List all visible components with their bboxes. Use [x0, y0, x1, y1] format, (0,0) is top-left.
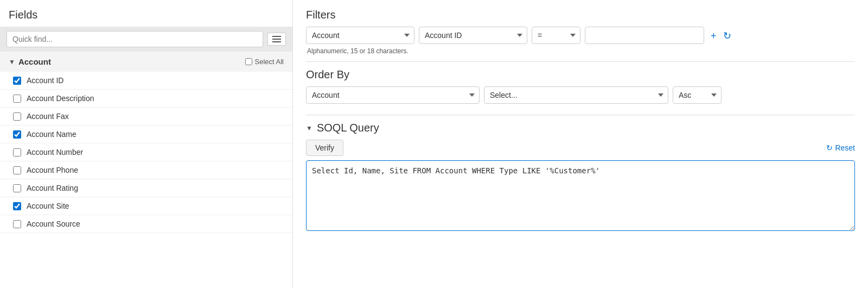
field-label: Account Site — [27, 202, 69, 210]
field-label: Account Phone — [27, 166, 78, 174]
soql-query-textarea[interactable] — [306, 160, 855, 231]
soql-chevron-icon: ▼ — [306, 124, 312, 132]
orderby-object-select[interactable]: Account Contact — [306, 86, 480, 104]
filters-row: Account Contact Opportunity Account ID A… — [306, 27, 855, 46]
field-row: Account Rating — [0, 179, 292, 197]
account-group-header: ▼ Account Select All — [0, 52, 292, 72]
field-row: Account Description — [0, 90, 292, 108]
divider-1 — [306, 61, 855, 62]
filter-value-input[interactable] — [585, 27, 704, 44]
reset-button[interactable]: ↻ Reset — [826, 143, 855, 152]
menu-icon-button[interactable] — [267, 33, 286, 46]
field-checkbox-f8[interactable] — [13, 202, 21, 210]
refresh-filter-button[interactable]: ↻ — [721, 28, 733, 44]
filters-field-select[interactable]: Account ID Account Name Account Number — [419, 27, 527, 44]
field-row: Account Source — [0, 215, 292, 233]
divider-2 — [306, 115, 855, 115]
field-row: Account Name — [0, 126, 292, 143]
field-label: Account Number — [27, 148, 83, 156]
fields-list: ▼ Account Select All Account IDAccount D… — [0, 52, 292, 288]
field-checkbox-f5[interactable] — [13, 148, 21, 156]
fields-title: Fields — [0, 9, 292, 27]
field-checkbox-f6[interactable] — [13, 166, 21, 174]
orderby-row: Account Contact Select... Account ID Acc… — [306, 86, 855, 108]
hamburger-icon — [272, 36, 281, 42]
soql-title: SOQL Query — [317, 122, 379, 134]
search-bar — [0, 27, 292, 52]
soql-header: ▼ SOQL Query — [306, 122, 855, 140]
search-input[interactable] — [7, 31, 263, 47]
filter-hint: Alphanumeric, 15 or 18 characters. — [306, 46, 855, 55]
field-row: Account ID — [0, 72, 292, 90]
verify-button[interactable]: Verify — [306, 140, 343, 156]
field-row: Account Site — [0, 197, 292, 215]
field-row: Account Fax — [0, 108, 292, 126]
right-panel: Filters Account Contact Opportunity Acco… — [293, 0, 868, 288]
fields-container: Account IDAccount DescriptionAccount Fax… — [0, 72, 292, 233]
field-label: Account ID — [27, 76, 63, 85]
filters-object-select[interactable]: Account Contact Opportunity — [306, 27, 414, 44]
filter-actions: + ↻ — [709, 27, 733, 44]
orderby-title: Order By — [306, 68, 855, 86]
orderby-field-select[interactable]: Select... Account ID Account Name — [484, 86, 668, 104]
field-label: Account Rating — [27, 184, 78, 192]
field-label: Account Source — [27, 220, 80, 228]
field-label: Account Description — [27, 94, 94, 103]
field-checkbox-f3[interactable] — [13, 112, 21, 121]
select-all-label[interactable]: Select All — [245, 58, 284, 66]
filters-title: Filters — [306, 9, 855, 27]
chevron-down-icon: ▼ — [9, 58, 15, 66]
field-row: Account Number — [0, 143, 292, 161]
field-checkbox-f9[interactable] — [13, 220, 21, 228]
field-checkbox-f7[interactable] — [13, 184, 21, 192]
filters-operator-select[interactable]: = != < > LIKE — [532, 27, 580, 44]
orderby-direction-select[interactable]: Asc Desc — [673, 86, 722, 104]
field-checkbox-f4[interactable] — [13, 130, 21, 139]
field-label: Account Name — [27, 130, 76, 139]
reset-label: Reset — [835, 143, 855, 152]
account-group-label: Account — [18, 57, 51, 66]
fields-panel: Fields ▼ Account Select All Acc — [0, 0, 293, 288]
select-all-checkbox[interactable] — [245, 58, 252, 65]
reset-icon: ↻ — [826, 143, 833, 152]
field-label: Account Fax — [27, 112, 69, 121]
soql-actions-row: Verify ↻ Reset — [306, 140, 855, 160]
field-row: Account Phone — [0, 161, 292, 179]
add-filter-button[interactable]: + — [709, 28, 719, 44]
field-checkbox-f1[interactable] — [13, 77, 21, 85]
field-checkbox-f2[interactable] — [13, 95, 21, 103]
